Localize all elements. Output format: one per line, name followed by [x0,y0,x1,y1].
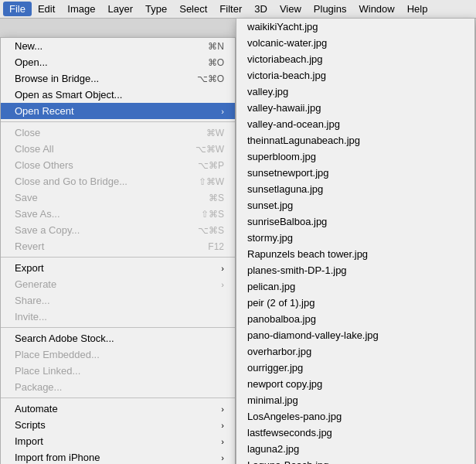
submenu-arrow-icon: › [221,421,224,430]
menu-item-open---[interactable]: Open...⌘O [1,54,235,70]
menu-item-shortcut: ⌘W [206,128,224,138]
menubar-item-image[interactable]: Image [61,2,101,16]
recent-file-label: planes-smith-DP-1.jpg [247,264,347,276]
recent-file-label: Rapunzels beach tower.jpg [247,248,368,260]
menu-item-label: Invite... [15,311,47,322]
menu-item-export[interactable]: Export› [1,260,235,276]
submenu-arrow-icon: › [221,107,224,116]
recent-file-label: newport copy.jpg [247,378,322,390]
recent-file-item[interactable]: stormy.jpg [236,230,474,246]
menubar-item-help[interactable]: Help [401,2,434,16]
recent-file-item[interactable]: valley-and-ocean.jpg [236,116,474,132]
menubar: FileEditImageLayerTypeSelectFilter3DView… [0,0,476,19]
recent-file-item[interactable]: newport copy.jpg [236,376,474,392]
recent-file-item[interactable]: ourrigger.jpg [236,360,474,376]
menu-item-package---: Package... [1,379,235,395]
menu-item-scripts[interactable]: Scripts› [1,417,235,433]
menu-item-shortcut: ⌥⌘W [196,144,224,155]
recent-file-item[interactable]: valley.jpg [236,84,474,100]
recent-file-label: valley.jpg [247,86,288,97]
menu-item-label: Close Others [15,159,73,171]
menu-separator [1,327,235,328]
recent-file-item[interactable]: peir (2 of 1).jpg [236,295,474,311]
menu-item-label: Open... [15,56,48,68]
menu-item-save-as---: Save As...⇧⌘S [1,206,235,222]
menu-item-browse-in-bridge---[interactable]: Browse in Bridge...⌥⌘O [1,70,235,87]
menubar-item-plugins[interactable]: Plugins [308,2,353,16]
menu-item-generate: Generate› [1,276,235,292]
submenu-arrow-icon: › [221,280,224,289]
recent-file-item[interactable]: laguna2.jpg [236,441,474,457]
menu-item-label: Open as Smart Object... [15,89,122,101]
recent-file-item[interactable]: sunsetlaguna.jpg [236,181,474,197]
menubar-item-3d[interactable]: 3D [248,2,274,16]
recent-file-label: sunsetlaguna.jpg [247,183,323,195]
menubar-item-file[interactable]: File [3,2,32,16]
menubar-item-edit[interactable]: Edit [32,2,61,16]
menu-item-new---[interactable]: New...⌘N [1,38,235,54]
menu-item-import-from-iphone[interactable]: Import from iPhone› [1,449,235,464]
recent-file-label: valley-and-ocean.jpg [247,118,340,130]
recent-file-label: superbloom.jpg [247,151,316,162]
menu-item-save-a-copy---: Save a Copy...⌥⌘S [1,222,235,238]
menu-item-place-embedded---: Place Embedded... [1,346,235,363]
menu-item-close-others: Close Others⌥⌘P [1,157,235,173]
menu-item-import[interactable]: Import› [1,433,235,449]
recent-file-label: waikikiYacht.jpg [247,21,318,32]
menu-item-open-as-smart-object---[interactable]: Open as Smart Object... [1,87,235,103]
recent-file-item[interactable]: superbloom.jpg [236,148,474,165]
recent-file-item[interactable]: panobalboa.jpg [236,311,474,327]
menu-separator [1,397,235,398]
recent-file-item[interactable]: sunsetnewport.jpg [236,165,474,181]
menubar-item-filter[interactable]: Filter [213,2,248,16]
menu-item-search-adobe-stock---[interactable]: Search Adobe Stock... [1,330,235,346]
recent-file-item[interactable]: victoria-beach.jpg [236,67,474,84]
recent-file-label: LosAngeles-pano.jpg [247,411,342,422]
menu-item-close: Close⌘W [1,125,235,141]
recent-file-label: Laguna-Beach.jpg [247,459,329,464]
menu-item-label: Save [15,192,38,203]
menu-item-label: Revert [15,241,44,252]
menu-item-open-recent[interactable]: Open Recent› [1,103,235,119]
menu-separator [1,257,235,258]
recent-file-label: minimal.jpg [247,394,298,406]
menu-item-label: Close All [15,143,54,155]
recent-file-label: overharbor.jpg [247,346,311,357]
recent-file-item[interactable]: waikikiYacht.jpg [236,19,474,35]
recent-file-item[interactable]: pelican.jpg [236,278,474,295]
recent-file-label: victoria-beach.jpg [247,70,326,81]
menu-item-label: Import [15,435,43,447]
recent-file-label: victoriabeach.jpg [247,53,323,65]
menu-item-shortcut: ⌘O [208,57,224,68]
recent-file-item[interactable]: victoriabeach.jpg [236,51,474,67]
recent-file-item[interactable]: theinnatLagunabeach.jpg [236,132,474,148]
menubar-item-view[interactable]: View [274,2,308,16]
recent-file-label: valley-hawaii.jpg [247,102,321,114]
recent-file-label: sunsetnewport.jpg [247,167,329,179]
recent-file-item[interactable]: minimal.jpg [236,392,474,408]
recent-file-item[interactable]: LosAngeles-pano.jpg [236,408,474,425]
recent-file-item[interactable]: planes-smith-DP-1.jpg [236,262,474,278]
submenu-arrow-icon: › [221,404,224,414]
recent-file-item[interactable]: Rapunzels beach tower.jpg [236,246,474,262]
menubar-item-type[interactable]: Type [139,2,173,16]
recent-file-item[interactable]: Laguna-Beach.jpg [236,457,474,464]
recent-file-label: lastfewseconds.jpg [247,427,332,438]
recent-file-item[interactable]: lastfewseconds.jpg [236,425,474,441]
menubar-item-select[interactable]: Select [173,2,213,16]
menu-item-label: Place Embedded... [15,349,100,360]
menu-item-shortcut: ⌥⌘S [198,225,224,236]
recent-file-item[interactable]: valley-hawaii.jpg [236,100,474,116]
menu-separator [1,121,235,122]
menu-item-shortcut: ⌘S [209,193,224,203]
recent-file-item[interactable]: sunriseBalboa.jpg [236,213,474,230]
menu-item-automate[interactable]: Automate› [1,401,235,417]
menubar-item-layer[interactable]: Layer [102,2,140,16]
recent-file-item[interactable]: volcanic-water.jpg [236,35,474,51]
menubar-item-window[interactable]: Window [352,2,400,16]
menu-item-label: Close [15,127,40,138]
recent-file-label: sunset.jpg [247,200,293,211]
recent-file-item[interactable]: overharbor.jpg [236,343,474,360]
recent-file-item[interactable]: pano-diamond-valley-lake.jpg [236,327,474,343]
recent-file-item[interactable]: sunset.jpg [236,197,474,213]
